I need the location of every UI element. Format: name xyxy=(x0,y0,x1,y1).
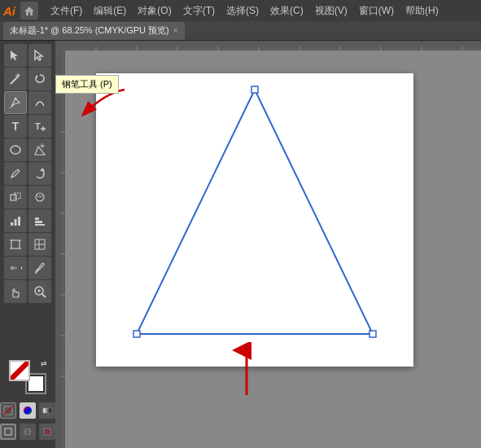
menu-object[interactable]: 对象(O) xyxy=(132,2,177,20)
tool-row-scale xyxy=(2,186,54,209)
tool-row-pen xyxy=(2,91,54,114)
fill-stroke-selector[interactable]: ⇄ xyxy=(7,358,48,396)
svg-line-8 xyxy=(10,107,11,108)
tab-bar: 未标题-1* @ 68.25% (CMYK/GPU 预览) × xyxy=(0,21,481,41)
svg-marker-0 xyxy=(24,7,34,15)
magic-wand-tool[interactable] xyxy=(4,68,27,90)
svg-rect-19 xyxy=(15,193,20,199)
none-fill-button[interactable] xyxy=(0,402,16,419)
type-tool[interactable]: T xyxy=(4,115,27,138)
svg-rect-26 xyxy=(35,224,45,226)
svg-marker-36 xyxy=(20,266,22,270)
svg-text:T: T xyxy=(35,121,41,131)
touch-type-tool[interactable]: T xyxy=(28,115,51,138)
selection-tool[interactable] xyxy=(4,44,27,67)
normal-mode-button[interactable] xyxy=(0,424,16,440)
draw-behind-button[interactable] xyxy=(20,424,36,440)
pen-tool[interactable] xyxy=(4,91,27,114)
tool-row-shape xyxy=(2,138,54,161)
color-section: ⇄ xyxy=(0,352,55,445)
svg-rect-22 xyxy=(15,219,17,226)
red-arrow-pen-annotation xyxy=(72,86,129,129)
svg-marker-17 xyxy=(40,168,45,171)
type-icon: T xyxy=(12,120,20,133)
ellipse-tool[interactable] xyxy=(4,138,27,161)
extra-tools-row xyxy=(0,402,55,419)
document-tab[interactable]: 未标题-1* @ 68.25% (CMYK/GPU 预览) × xyxy=(3,22,185,40)
triangle-svg xyxy=(96,73,413,367)
anchor-bottom-right[interactable] xyxy=(369,331,376,337)
svg-line-43 xyxy=(4,406,12,415)
curvature-tool[interactable] xyxy=(28,91,51,114)
menu-view[interactable]: 视图(V) xyxy=(309,2,353,20)
zoom-tool[interactable] xyxy=(28,280,51,303)
menu-file[interactable]: 文件(F) xyxy=(45,2,88,20)
pencil-tool[interactable] xyxy=(4,162,27,185)
drawing-modes-row xyxy=(0,424,55,440)
tool-row-gradient xyxy=(2,257,54,279)
slice-tool[interactable] xyxy=(28,233,51,256)
svg-rect-24 xyxy=(35,217,39,220)
app-logo: Ai xyxy=(3,4,15,18)
warp-tool[interactable] xyxy=(28,186,51,209)
menu-help[interactable]: 帮助(H) xyxy=(400,2,444,20)
svg-marker-2 xyxy=(35,51,42,60)
hand-tool[interactable] xyxy=(4,280,27,303)
svg-line-3 xyxy=(11,77,17,84)
swap-colors-button[interactable]: ⇄ xyxy=(41,359,47,367)
lasso-tool[interactable] xyxy=(28,68,51,90)
shaper-tool[interactable] xyxy=(28,138,51,161)
anchor-top[interactable] xyxy=(251,86,258,93)
anchor-bottom-left[interactable] xyxy=(133,331,140,337)
tab-title: 未标题-1* @ 68.25% (CMYK/GPU 预览) xyxy=(10,24,169,37)
tool-row-select xyxy=(2,44,54,67)
tool-row-graph xyxy=(2,209,54,232)
menu-effect[interactable]: 效果(C) xyxy=(265,2,309,20)
svg-rect-49 xyxy=(46,430,49,433)
svg-rect-18 xyxy=(11,195,16,200)
svg-rect-25 xyxy=(35,221,42,223)
tool-row-hand xyxy=(2,280,54,303)
red-arrow-up-annotation xyxy=(230,342,263,402)
gradient-fill-button[interactable] xyxy=(39,402,55,419)
svg-rect-23 xyxy=(18,217,20,226)
horizontal-ruler xyxy=(55,41,481,51)
menu-window[interactable]: 窗口(W) xyxy=(353,2,400,20)
eyedropper-tool[interactable] xyxy=(28,257,51,279)
column-graph-tool[interactable] xyxy=(28,209,51,232)
main-layout: T T xyxy=(0,41,481,448)
fill-color-box[interactable] xyxy=(9,360,30,381)
gradient-tool[interactable] xyxy=(4,257,27,279)
svg-point-20 xyxy=(36,193,44,201)
svg-rect-21 xyxy=(11,222,13,226)
svg-marker-1 xyxy=(11,51,18,60)
menu-select[interactable]: 选择(S) xyxy=(221,2,265,20)
triangle-shape[interactable] xyxy=(137,90,373,334)
rotate-tool[interactable] xyxy=(28,162,51,185)
tool-row-pencil xyxy=(2,162,54,185)
canvas-area[interactable] xyxy=(55,41,481,448)
svg-point-9 xyxy=(15,98,17,100)
vertical-ruler xyxy=(55,51,65,448)
svg-rect-35 xyxy=(11,266,20,270)
toolbar: T T xyxy=(0,41,55,448)
menu-text[interactable]: 文字(T) xyxy=(177,2,221,20)
tool-row-transform xyxy=(2,68,54,90)
graph-tool[interactable] xyxy=(4,209,27,232)
artboard-tool[interactable] xyxy=(4,233,27,256)
svg-rect-45 xyxy=(5,428,11,435)
color-button[interactable] xyxy=(20,402,36,419)
artboard xyxy=(96,73,413,367)
home-button[interactable] xyxy=(20,2,38,20)
draw-inside-button[interactable] xyxy=(39,424,55,440)
svg-line-37 xyxy=(35,272,37,274)
svg-rect-27 xyxy=(11,240,20,248)
tab-close-button[interactable]: × xyxy=(173,26,178,35)
svg-point-13 xyxy=(11,146,20,154)
scale-tool[interactable] xyxy=(4,186,27,209)
tool-row-artboard xyxy=(2,233,54,256)
direct-selection-tool[interactable] xyxy=(28,44,51,67)
svg-line-39 xyxy=(42,294,46,297)
tool-row-type: T T xyxy=(2,115,54,138)
menu-edit[interactable]: 编辑(E) xyxy=(88,2,132,20)
